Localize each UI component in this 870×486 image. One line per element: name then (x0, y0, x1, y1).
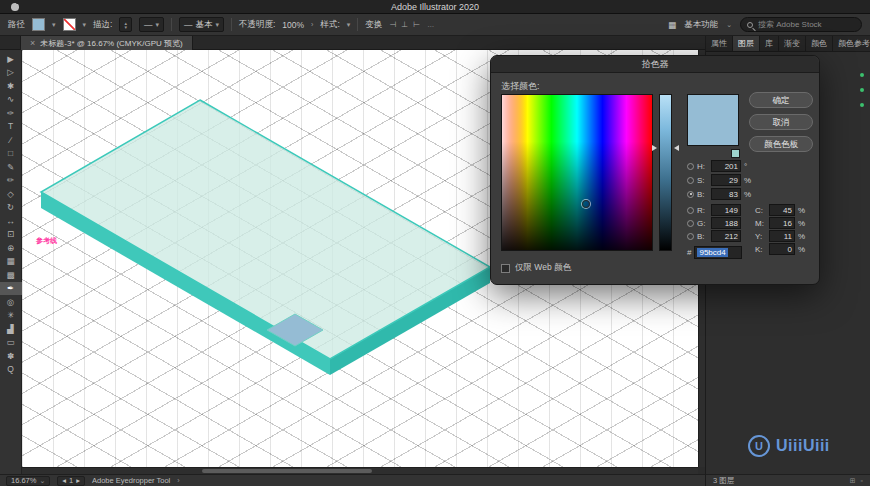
workspace-caret-icon[interactable]: ⌄ (726, 21, 732, 28)
gradient-tool[interactable]: ▩ (0, 268, 22, 282)
transform-link[interactable]: 变换 (365, 19, 382, 31)
line-segment-tool[interactable]: ∕ (0, 133, 22, 147)
g-value-field[interactable]: 188 (711, 217, 741, 229)
web-colors-checkbox[interactable] (501, 264, 510, 273)
color-spectrum-slider[interactable] (659, 94, 672, 251)
stroke-weight-steppers[interactable]: ▴▾ (124, 21, 127, 29)
fill-caret-icon[interactable]: ▾ (52, 21, 56, 28)
artboard-tool[interactable]: ▭ (0, 336, 22, 350)
column-graph-tool[interactable]: ▟ (0, 322, 22, 336)
rgb-r-row: R: 149 (687, 204, 741, 216)
new-layer-icon[interactable]: ⊞ (850, 477, 856, 485)
eyedropper-tool[interactable]: ✒ (0, 282, 22, 296)
rotate-tool[interactable]: ↻ (0, 201, 22, 215)
panel-tab-color-guide[interactable]: 颜色参考 (833, 36, 870, 51)
cancel-button[interactable]: 取消 (749, 114, 813, 130)
style-caret-icon[interactable]: ▾ (347, 21, 351, 28)
artboard-prev-icon[interactable]: ◂ (62, 476, 66, 485)
scale-tool[interactable]: ↔ (0, 214, 22, 228)
blend-tool[interactable]: ◎ (0, 295, 22, 309)
rgb-b-radio[interactable] (687, 233, 694, 240)
color-field[interactable] (501, 94, 653, 251)
magic-wand-tool[interactable]: ✱ (0, 79, 22, 93)
k-value-field[interactable]: 0 (769, 243, 795, 255)
align-center-icon[interactable]: ⊥ (401, 20, 408, 29)
horizontal-scrollbar-thumb[interactable] (202, 469, 372, 473)
panel-tabs: 属性图层库渐变颜色颜色参考 (706, 36, 870, 52)
rectangle-tool[interactable]: □ (0, 147, 22, 161)
opacity-value[interactable]: 100% (282, 20, 304, 30)
r-value-field[interactable]: 149 (711, 204, 741, 216)
stroke-caret-icon[interactable]: ▾ (83, 21, 87, 28)
eraser-tool[interactable]: ◇ (0, 187, 22, 201)
divider (231, 18, 232, 31)
brush-dropdown[interactable]: — 基本 ▾ (179, 17, 224, 32)
b-value-field[interactable]: 83 (711, 188, 741, 200)
width-profile-dropdown[interactable]: — ▾ (139, 17, 164, 32)
m-value-field[interactable]: 16 (769, 217, 795, 229)
more-options-icon[interactable]: … (427, 21, 434, 28)
artboard-next-icon[interactable]: ▸ (76, 476, 80, 485)
close-tab-icon[interactable]: × (30, 38, 35, 48)
slider-handle-left-icon[interactable] (652, 145, 657, 151)
slider-handle-right-icon[interactable] (674, 145, 679, 151)
dialog-title[interactable]: 拾色器 (491, 56, 819, 73)
pen-tool[interactable]: ✑ (0, 106, 22, 120)
color-swatches-button[interactable]: 颜色色板 (749, 136, 813, 152)
shape-builder-tool[interactable]: ⊕ (0, 241, 22, 255)
g-radio[interactable] (687, 220, 694, 227)
horizontal-scrollbar[interactable] (22, 467, 698, 474)
hand-tool[interactable]: ✽ (0, 349, 22, 363)
stroke-color-swatch[interactable] (63, 18, 76, 31)
cmyk-m-row: M: 16 % (755, 217, 805, 229)
b-radio[interactable] (687, 191, 694, 198)
h-value-field[interactable]: 201 (711, 160, 741, 172)
panel-tab-gradient[interactable]: 渐变 (779, 36, 806, 51)
hex-input[interactable]: 95bcd4 (694, 246, 742, 259)
swatch-chip-icon[interactable] (731, 149, 740, 158)
pencil-tool[interactable]: ✏ (0, 174, 22, 188)
panel-tab-color[interactable]: 颜色 (806, 36, 833, 51)
panel-tab-properties[interactable]: 属性 (706, 36, 733, 51)
workspace-switcher[interactable]: 基本功能 (684, 19, 718, 31)
align-icons-group: ⊣⊥⊢ (389, 20, 420, 29)
workspace-grid-icon[interactable]: ▦ (668, 20, 676, 30)
artboard-nav[interactable]: ◂ 1 ▸ (57, 476, 85, 486)
fill-color-swatch[interactable] (32, 18, 45, 31)
layers-panel-footer: 3 图层 ⊞ ▫ (706, 474, 870, 486)
cmyk-c-row: C: 45 % (755, 204, 805, 216)
ok-button[interactable]: 确定 (749, 92, 813, 108)
align-right-icon[interactable]: ⊢ (413, 20, 420, 29)
paintbrush-tool[interactable]: ✎ (0, 160, 22, 174)
s-radio[interactable] (687, 177, 694, 184)
h-radio[interactable] (687, 163, 694, 170)
document-tab[interactable]: × 未标题-3* @ 16.67% (CMYK/GPU 预览) (20, 36, 193, 50)
type-tool[interactable]: T (0, 120, 22, 134)
stroke-weight-field[interactable]: ▴▾ (119, 17, 132, 32)
hex-row: # 95bcd4 (687, 246, 742, 259)
opacity-chevron-icon[interactable]: › (311, 21, 313, 28)
status-chevron-icon[interactable]: › (177, 477, 179, 484)
zoom-tool[interactable]: Q (0, 363, 22, 377)
document-title: 未标题-3* @ 16.67% (CMYK/GPU 预览) (40, 38, 182, 49)
zoom-dropdown[interactable]: 16.67% ⌄ (6, 476, 50, 486)
search-input[interactable] (758, 20, 853, 29)
panel-tab-libraries[interactable]: 库 (760, 36, 779, 51)
c-value-field[interactable]: 45 (769, 204, 795, 216)
symbol-sprayer-tool[interactable]: ✳ (0, 309, 22, 323)
selection-tool[interactable]: ▶ (0, 52, 22, 66)
hex-value-selected: 95bcd4 (697, 248, 727, 257)
mesh-tool[interactable]: ▦ (0, 255, 22, 269)
align-left-icon[interactable]: ⊣ (389, 20, 396, 29)
free-transform-tool[interactable]: ⊡ (0, 228, 22, 242)
rgb-b-value-field[interactable]: 212 (711, 230, 741, 242)
lasso-tool[interactable]: ∿ (0, 93, 22, 107)
panel-tab-layers[interactable]: 图层 (733, 36, 760, 51)
s-value-field[interactable]: 29 (711, 174, 741, 186)
color-field-marker[interactable] (582, 200, 590, 208)
direct-selection-tool[interactable]: ▷ (0, 66, 22, 80)
y-value-field[interactable]: 11 (769, 230, 795, 242)
delete-layer-icon[interactable]: ▫ (861, 477, 863, 485)
r-radio[interactable] (687, 207, 694, 214)
stock-search-box[interactable] (740, 17, 862, 32)
